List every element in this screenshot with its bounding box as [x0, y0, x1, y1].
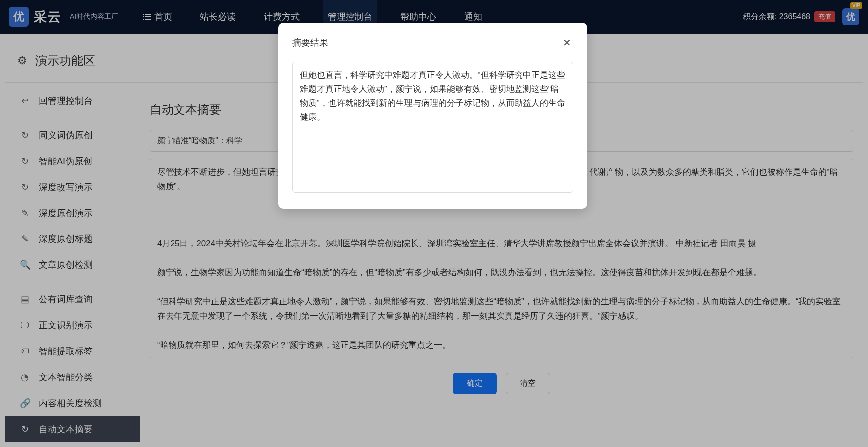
close-icon[interactable]: ✕ — [561, 35, 573, 51]
modal-body: 但她也直言，科学研究中难题才真正令人激动。“但科学研究中正是这些难题才真正地令人… — [292, 62, 573, 193]
modal-header: 摘要结果 ✕ — [292, 35, 573, 51]
modal-title: 摘要结果 — [292, 37, 328, 49]
summary-modal: 摘要结果 ✕ 但她也直言，科学研究中难题才真正令人激动。“但科学研究中正是这些难… — [278, 23, 587, 209]
